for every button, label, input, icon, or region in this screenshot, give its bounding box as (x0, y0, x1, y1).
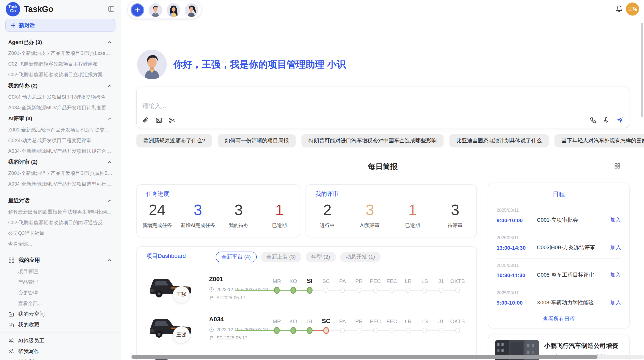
agent-avatar[interactable] (185, 3, 198, 17)
sidebar-link[interactable]: 我的收藏 (0, 319, 121, 330)
milestone: FEC (384, 312, 400, 352)
panel-toggle-icon[interactable] (108, 5, 115, 13)
schedule-join-link[interactable]: 加入 (610, 216, 621, 224)
sidebar-task-item[interactable]: C0X4-动力总成开发项目工程变更评审 (0, 135, 121, 146)
stat-value: 3 (349, 201, 391, 219)
stat-label: 新增完成任务 (137, 222, 178, 229)
milestone-dot (307, 287, 313, 294)
schedule-join-link[interactable]: 加入 (610, 244, 621, 251)
milestone: PR (351, 271, 367, 311)
my-review-card: 我的评审 2 进行中 3 AI预评审 1 已逾期 3 (305, 184, 477, 237)
send-icon[interactable] (616, 116, 624, 124)
schedule-join-link[interactable]: 加入 (610, 299, 621, 306)
recent-view-all[interactable]: 查看全部... (0, 238, 121, 249)
recent-header[interactable]: 最近对话 (0, 195, 121, 206)
milestone-label: PA (334, 318, 351, 324)
section-header[interactable]: Agent已办 (3) (0, 37, 121, 48)
sidebar-tool[interactable]: 创意制图 (0, 357, 121, 360)
stat-label: 待评审 (434, 222, 477, 229)
agent-avatar[interactable] (167, 3, 180, 17)
attachment-icon[interactable] (142, 117, 150, 124)
sidebar-link-label: 我的收藏 (18, 321, 39, 328)
recent-title: 最近对话 (8, 197, 107, 204)
suggestion-chip[interactable]: 当下年轻人对汽车外观有怎样的喜好趋势 (554, 134, 644, 147)
sidebar-task-item[interactable]: A034-全新新能源MUV产品开发项目计划变更表编写 (0, 102, 121, 113)
message-input[interactable] (142, 102, 513, 110)
app-item[interactable]: 项目管理 (0, 266, 121, 277)
stat-value: 3 (218, 201, 259, 219)
sidebar-task-item[interactable]: A034-全新新能源MUV产品开发项目造型可行性评审 (0, 178, 121, 189)
sidebar-task-item[interactable]: C0X4-动力总成开发项目SI里程碑提交物检查 (0, 92, 121, 102)
sidebar-task-item[interactable]: C02-飞腾新能源轻客改款项目立项汇报方案 (0, 69, 121, 80)
sidebar-task-item[interactable]: Z001-全新燃油皮卡产品开发项目SI节点Lesson Learn报告 (0, 48, 121, 59)
sidebar-section: 我的评审 (2) Z001-全新燃油轻卡产品开发项目SI节点属性5D文件评审A0… (0, 156, 121, 189)
timeline-lead-line (235, 330, 269, 331)
sidebar-tool[interactable]: 帮我写作 (0, 346, 121, 357)
milestone-label: LR (400, 318, 417, 324)
suggestion-chip[interactable]: 如何写一份清晰的项目周报 (218, 134, 296, 147)
schedule-join-link[interactable]: 加入 (610, 271, 621, 279)
milestone: KO (285, 312, 302, 352)
schedule-date: 2025/03/11 (496, 290, 621, 295)
milestone: OKTB (449, 271, 466, 311)
milestone-dot (340, 328, 345, 333)
new-chat-button[interactable]: 新对话 (5, 19, 115, 32)
recent-conversation-item[interactable]: 公司Q3轻卡销量 (0, 228, 121, 238)
sidebar-task-item[interactable]: Z001-全新燃油轻卡产品开发项目SI造型提交物评审 (0, 124, 121, 135)
recent-conversation-item[interactable]: 解释最新出台的欧盟报废车法规再生塑料比例被调至15%... (0, 206, 121, 217)
stat-item: 3 我的待办 (218, 201, 259, 229)
horizontal-scrollbar-thumb[interactable] (131, 355, 598, 359)
schedule-view-all[interactable]: 查看所有日程 (488, 315, 629, 323)
sidebar-task-item[interactable]: A034-全新新能源MUV产品开发项目法规符合性评审 (0, 146, 121, 156)
briefing-layout-icon[interactable] (614, 162, 621, 169)
voice-call-icon[interactable] (589, 116, 597, 124)
microphone-icon[interactable] (603, 116, 610, 124)
stat-value: 3 (178, 201, 218, 219)
task-card-title: 任务进度 (146, 190, 169, 198)
suggestion-chip[interactable]: 欧洲新规最近颁布了什么? (136, 134, 212, 147)
sidebar-divider (0, 333, 121, 333)
sidebar-divider (0, 252, 121, 252)
apps-header[interactable]: 我的应用 (0, 254, 121, 266)
recent-conversation-item[interactable]: C02-飞腾新能源轻客改款项目的闭环通告反馈情况 (0, 217, 121, 228)
chevron-up-icon (107, 83, 113, 89)
app-item[interactable]: 变更管理 (0, 287, 121, 298)
sidebar-task-item[interactable]: Z001-全新燃油轻卡产品开发项目SI节点属性5D文件评审 (0, 168, 121, 178)
sidebar-tool-label: 帮我写作 (18, 348, 39, 355)
sidebar-link[interactable]: 我的云空间 (0, 309, 121, 319)
suggestion-chip[interactable]: 特朗普可能对进口汽车增税会对中国车企造成哪些影响 (302, 134, 444, 147)
stat-label: 已逾期 (391, 222, 434, 229)
user-avatar[interactable]: 王强 (626, 3, 639, 16)
section-header[interactable]: 我的评审 (2) (0, 156, 121, 168)
milestone-label: OKTB (449, 318, 466, 324)
agent-avatar[interactable] (149, 3, 162, 17)
app-logo: Task Go (6, 2, 20, 16)
schedule-item: 2025/03/11 10:30-11:30 C005-整车工程目标评审 加入 (496, 259, 621, 286)
section-title: Agent已办 (3) (8, 39, 107, 46)
greeting-text: 你好，王强，我是你的项目管理助理 小识 (173, 58, 346, 71)
message-composer (136, 87, 629, 128)
image-upload-icon[interactable] (155, 117, 163, 124)
sidebar-task-item[interactable]: C02-飞腾新能源轻客改款项目里程碑画布 (0, 59, 121, 69)
app-item[interactable]: 产品管理 (0, 277, 121, 287)
apps-grid-icon (8, 257, 15, 264)
milestone-dot (390, 288, 394, 293)
scissors-icon[interactable] (168, 117, 176, 124)
suggestion-chip[interactable]: 比亚迪全固态电池计划具体说了什么 (449, 134, 549, 147)
sidebar-tool[interactable]: AI超级员工 (0, 335, 121, 346)
add-agent-button[interactable] (131, 3, 144, 17)
project-row[interactable]: 王强 Z001 2023-12-19 ~ 2027-01-19 SI-2025-… (137, 271, 476, 311)
sidebar-links: 我的云空间 我的收藏 (0, 309, 121, 330)
section-title: 我的待办 (2) (8, 82, 107, 89)
vertical-scrollbar-thumb[interactable] (641, 23, 643, 117)
section-header[interactable]: 我的待办 (2) (0, 80, 121, 92)
milestone: PA (334, 312, 351, 352)
agent-avatars (149, 3, 198, 17)
notifications-bell-icon[interactable] (615, 5, 623, 13)
section-header[interactable]: AI评审 (3) (0, 113, 121, 124)
apps-view-all[interactable]: 查看全部... (0, 298, 121, 309)
project-row[interactable]: 王强 A034 2023-12-19 ~ 2026-01-19 SC-2025-… (137, 312, 476, 352)
schedule-event-title: C003|H0B-方案冻结评审 (537, 244, 610, 251)
project-code: Z001 (209, 276, 223, 282)
milestone-nodes: MR KO (269, 312, 466, 352)
